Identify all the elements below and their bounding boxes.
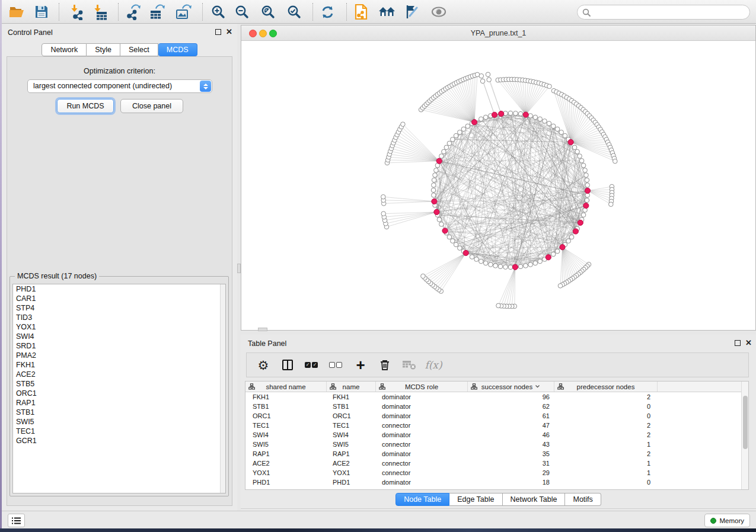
network-node[interactable]	[432, 178, 436, 182]
splitpane-grip-vertical[interactable]	[237, 264, 241, 273]
table-row[interactable]: FKH1FKH1dominator962	[245, 392, 748, 402]
splitpane-grip-horizontal[interactable]	[258, 328, 267, 331]
column-header-MCDS-role[interactable]: MCDS role	[376, 382, 468, 392]
document-network-icon[interactable]	[350, 1, 372, 23]
network-hub-node[interactable]	[512, 264, 518, 270]
network-node[interactable]	[483, 115, 488, 120]
network-node[interactable]	[581, 163, 586, 168]
network-node[interactable]	[558, 284, 563, 289]
mcds-result-item[interactable]: ACE2	[13, 370, 225, 379]
table-row[interactable]: ACE2ACE2connector311	[245, 459, 748, 468]
column-header-successor-nodes[interactable]: successor nodes	[468, 382, 554, 392]
network-hub-node[interactable]	[499, 111, 504, 116]
memory-button[interactable]: Memory	[704, 514, 750, 527]
tab-edge-table[interactable]: Edge Table	[449, 493, 502, 506]
network-node[interactable]	[579, 159, 584, 164]
network-hub-node[interactable]	[578, 220, 583, 225]
select-all-icon[interactable]: ✓✓	[304, 357, 320, 373]
float-panel-icon[interactable]	[735, 340, 741, 346]
table-row[interactable]: SWI4SWI4dominator462	[245, 430, 748, 440]
network-hub-node[interactable]	[492, 112, 497, 117]
table-row[interactable]: TEC1TEC1connector472	[245, 421, 748, 430]
zoom-out-icon[interactable]	[231, 1, 253, 23]
network-node[interactable]	[486, 72, 490, 77]
network-node[interactable]	[551, 124, 556, 129]
network-node[interactable]	[528, 262, 533, 267]
network-node[interactable]	[458, 130, 462, 135]
network-node[interactable]	[578, 154, 582, 159]
mcds-result-item[interactable]: GCR1	[13, 436, 225, 446]
mcds-result-item[interactable]: STB1	[13, 408, 225, 417]
import-table-icon[interactable]	[90, 1, 111, 23]
mcds-result-item[interactable]: SWI4	[13, 332, 225, 341]
zoom-fit-icon[interactable]	[257, 1, 279, 23]
tab-network[interactable]: Network	[42, 43, 87, 56]
network-node[interactable]	[447, 141, 452, 146]
network-node[interactable]	[555, 127, 560, 132]
network-node[interactable]	[480, 79, 485, 84]
refresh-icon[interactable]	[317, 1, 338, 23]
search-input[interactable]	[594, 8, 745, 17]
open-file-icon[interactable]	[6, 1, 27, 23]
network-node[interactable]	[439, 222, 444, 227]
network-hub-node[interactable]	[432, 198, 437, 204]
network-hub-node[interactable]	[568, 139, 573, 145]
mcds-result-item[interactable]: SWI5	[13, 417, 225, 427]
network-node[interactable]	[381, 211, 386, 216]
add-column-icon[interactable]: +	[352, 357, 369, 373]
network-hub-node[interactable]	[573, 229, 578, 234]
network-hub-node[interactable]	[471, 120, 477, 125]
network-node[interactable]	[518, 264, 523, 269]
table-row[interactable]: PHD1PHD1dominator180	[245, 477, 748, 487]
network-node[interactable]	[585, 198, 589, 203]
close-panel-icon[interactable]: ✕	[745, 338, 752, 347]
network-node[interactable]	[489, 262, 493, 267]
network-node[interactable]	[479, 73, 484, 78]
network-node[interactable]	[479, 259, 484, 264]
network-node[interactable]	[543, 119, 547, 124]
network-hub-node[interactable]	[442, 228, 448, 233]
network-node[interactable]	[575, 149, 580, 154]
network-node[interactable]	[585, 183, 590, 188]
network-node[interactable]	[401, 122, 406, 127]
network-node[interactable]	[584, 173, 589, 178]
mcds-result-item[interactable]: FKH1	[13, 360, 225, 370]
network-node[interactable]	[470, 255, 474, 259]
mcds-result-item[interactable]: ORC1	[13, 389, 225, 398]
network-node[interactable]	[451, 239, 455, 243]
network-hub-node[interactable]	[523, 112, 528, 117]
network-hub-node[interactable]	[585, 188, 590, 193]
tab-node-table[interactable]: Node Table	[395, 493, 449, 506]
table-scrollbar[interactable]	[741, 382, 748, 489]
task-history-button[interactable]	[8, 514, 25, 527]
network-node[interactable]	[454, 133, 458, 138]
import-network-icon[interactable]	[66, 1, 88, 23]
tab-motifs[interactable]: Motifs	[565, 493, 601, 506]
table-row[interactable]: RAP1RAP1dominator352	[245, 449, 748, 459]
network-node[interactable]	[513, 111, 518, 116]
mcds-result-item[interactable]: PHD1	[13, 284, 225, 294]
show-columns-icon[interactable]	[279, 357, 296, 373]
network-node[interactable]	[583, 168, 588, 173]
network-node[interactable]	[569, 235, 574, 239]
network-node[interactable]	[613, 159, 618, 164]
delete-column-icon[interactable]	[377, 357, 393, 373]
network-hub-node[interactable]	[434, 209, 439, 214]
zoom-in-icon[interactable]	[208, 1, 229, 23]
network-node[interactable]	[503, 265, 508, 270]
network-node[interactable]	[547, 121, 551, 126]
network-node[interactable]	[538, 259, 543, 264]
network-node[interactable]	[465, 124, 470, 129]
network-node[interactable]	[454, 242, 458, 247]
table-row[interactable]: YOX1YOX1connector291	[245, 468, 748, 477]
network-node[interactable]	[585, 178, 589, 182]
close-panel-button[interactable]: Close panel	[120, 99, 183, 113]
network-node[interactable]	[508, 265, 513, 270]
export-table-icon[interactable]	[146, 1, 168, 23]
network-node[interactable]	[563, 133, 567, 138]
criterion-select[interactable]: largest connected component (undirected)	[27, 79, 212, 93]
network-hub-node[interactable]	[546, 255, 551, 260]
list-scrollbar[interactable]	[220, 284, 225, 493]
table-row[interactable]: ORC1ORC1dominator610	[245, 411, 748, 421]
mcds-result-item[interactable]: SRD1	[13, 341, 225, 351]
